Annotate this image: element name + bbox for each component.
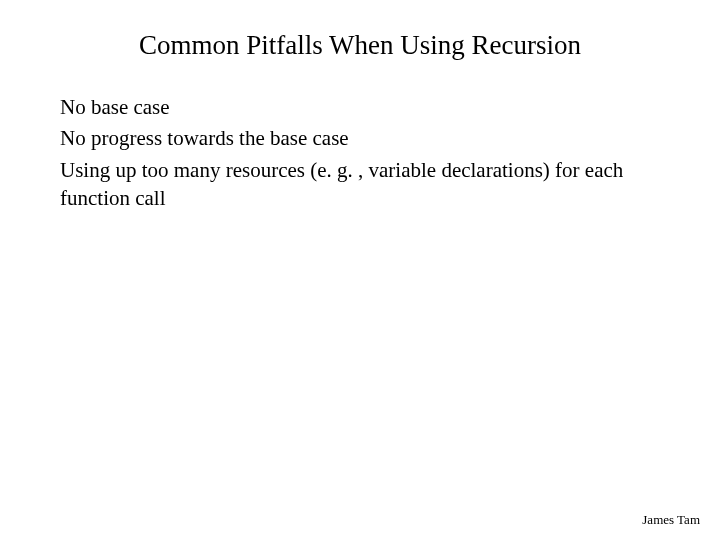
slide-footer: James Tam [642,512,700,528]
slide-title: Common Pitfalls When Using Recursion [60,30,660,61]
bullet-item: No progress towards the base case [60,124,660,152]
bullet-item: Using up too many resources (e. g. , var… [60,156,660,213]
bullet-item: No base case [60,93,660,121]
slide-container: Common Pitfalls When Using Recursion No … [0,0,720,540]
slide-content: No base case No progress towards the bas… [60,93,660,212]
